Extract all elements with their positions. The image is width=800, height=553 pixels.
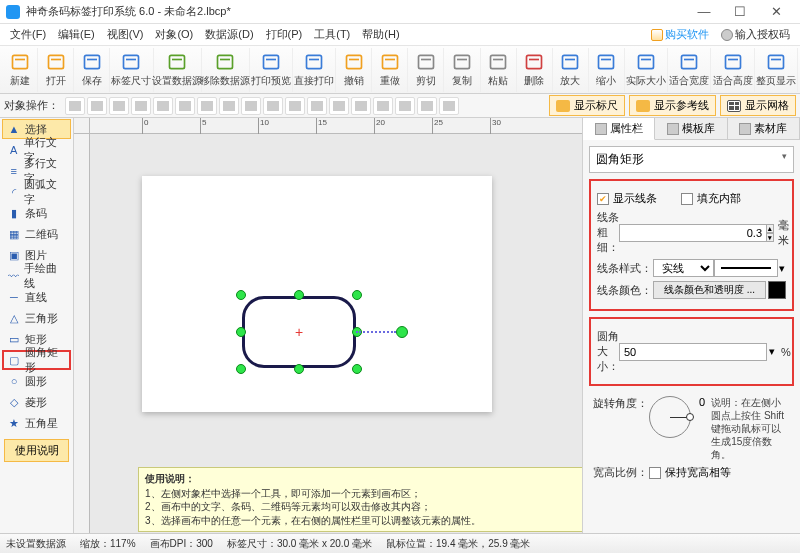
menu-edit[interactable]: 编辑(E) — [52, 25, 101, 44]
line-style-preview[interactable] — [714, 259, 779, 277]
menu-datasource[interactable]: 数据源(D) — [199, 25, 259, 44]
toolbar-直接打印[interactable]: 直接打印 — [293, 48, 336, 92]
align-btn-8[interactable] — [219, 97, 239, 115]
toolbar-粘贴[interactable]: 粘贴 — [481, 48, 517, 92]
line-color-swatch[interactable] — [768, 281, 786, 299]
line-color-button[interactable]: 线条颜色和透明度 ... — [653, 281, 766, 299]
align-btn-4[interactable] — [131, 97, 151, 115]
toolbar-放大[interactable]: 放大 — [553, 48, 589, 92]
rotate-dial[interactable] — [649, 396, 691, 438]
menu-view[interactable]: 视图(V) — [101, 25, 150, 44]
menu-object[interactable]: 对象(O) — [149, 25, 199, 44]
toolbar-删除[interactable]: 删除 — [517, 48, 553, 92]
help-title: 使用说明： — [145, 472, 582, 486]
toolbar-打开[interactable]: 打开 — [38, 48, 74, 92]
resize-handle-sw[interactable] — [236, 364, 246, 374]
tool-二维码[interactable]: ▦二维码 — [2, 224, 71, 244]
close-button[interactable]: ✕ — [758, 0, 794, 24]
menu-help[interactable]: 帮助(H) — [356, 25, 405, 44]
corner-size-input[interactable] — [619, 343, 767, 361]
align-btn-9[interactable] — [241, 97, 261, 115]
resize-handle-w[interactable] — [236, 327, 246, 337]
align-btn-7[interactable] — [197, 97, 217, 115]
toolbar-移除数据源[interactable]: 移除数据源 — [202, 48, 250, 92]
toolbar-缩小[interactable]: 缩小 — [589, 48, 625, 92]
toggle-ruler[interactable]: 显示标尺 — [549, 95, 625, 116]
toolbar-保存[interactable]: 保存 — [74, 48, 110, 92]
toolbar-新建[interactable]: 新建 — [2, 48, 38, 92]
toolbar-实际大小[interactable]: 实际大小 — [625, 48, 668, 92]
align-btn-12[interactable] — [307, 97, 327, 115]
show-line-checkbox[interactable]: ✔ — [597, 193, 609, 205]
tab-materials[interactable]: 素材库 — [728, 118, 800, 139]
menu-tools[interactable]: 工具(T) — [308, 25, 356, 44]
align-btn-18[interactable] — [439, 97, 459, 115]
toolbar-设置数据源[interactable]: 设置数据源 — [154, 48, 202, 92]
align-btn-14[interactable] — [351, 97, 371, 115]
tool-圆弧文字[interactable]: ◜圆弧文字 — [2, 182, 71, 202]
toolbar-整页显示[interactable]: 整页显示 — [755, 48, 798, 92]
status-dpi: 画布DPI：300 — [150, 537, 213, 551]
tool-手绘曲线[interactable]: 〰手绘曲线 — [2, 266, 71, 286]
resize-handle-nw[interactable] — [236, 290, 246, 300]
align-btn-3[interactable] — [109, 97, 129, 115]
align-btn-2[interactable] — [87, 97, 107, 115]
tab-properties[interactable]: 属性栏 — [583, 118, 655, 140]
rotation-handle[interactable] — [396, 326, 408, 338]
fill-inside-checkbox[interactable] — [681, 193, 693, 205]
tool-五角星[interactable]: ★五角星 — [2, 413, 71, 433]
align-btn-10[interactable] — [263, 97, 283, 115]
svg-rect-1 — [15, 58, 25, 60]
align-btn-17[interactable] — [417, 97, 437, 115]
svg-rect-0 — [12, 55, 27, 68]
shape-type-dropdown[interactable]: 圆角矩形 — [589, 146, 794, 173]
selected-shape[interactable]: + — [242, 296, 356, 368]
tool-icon: ▭ — [7, 332, 21, 346]
toolbar-撤销[interactable]: 撤销 — [336, 48, 372, 92]
maximize-button[interactable]: ☐ — [722, 0, 758, 24]
tool-圆角矩形[interactable]: ▢圆角矩形 — [2, 350, 71, 370]
toggle-grid[interactable]: 显示网格 — [720, 95, 796, 116]
menu-print[interactable]: 打印(P) — [260, 25, 309, 44]
toggle-guides[interactable]: 显示参考线 — [629, 95, 716, 116]
resize-handle-s[interactable] — [294, 364, 304, 374]
toolbar-适合高度[interactable]: 适合高度 — [711, 48, 754, 92]
enter-auth-link[interactable]: 输入授权码 — [715, 25, 796, 44]
align-btn-6[interactable] — [175, 97, 195, 115]
ruler-tick: 15 — [316, 118, 327, 134]
line-style-select[interactable]: 实线 — [653, 259, 714, 277]
tool-菱形[interactable]: ◇菱形 — [2, 392, 71, 412]
resize-handle-se[interactable] — [352, 364, 362, 374]
line-width-input[interactable] — [619, 224, 767, 242]
canvas-area[interactable]: 051015202530 + ✕ 使用说明： 1、左侧对象栏中选择一个 — [74, 118, 582, 533]
guides-icon — [636, 100, 650, 112]
toolbar-剪切[interactable]: 剪切 — [408, 48, 444, 92]
keep-aspect-checkbox[interactable] — [649, 467, 661, 479]
svg-rect-30 — [599, 55, 614, 68]
align-btn-1[interactable] — [65, 97, 85, 115]
line-width-spinner[interactable]: ▴▾ — [766, 224, 774, 242]
materials-icon — [739, 123, 751, 135]
tab-templates[interactable]: 模板库 — [655, 118, 727, 139]
label-page[interactable]: + — [142, 176, 492, 412]
tool-icon: ≡ — [7, 164, 20, 178]
toolbar-标签尺寸[interactable]: 标签尺寸 — [110, 48, 153, 92]
toolbar-适合宽度[interactable]: 适合宽度 — [668, 48, 711, 92]
resize-handle-ne[interactable] — [352, 290, 362, 300]
toolbar-打印预览[interactable]: 打印预览 — [250, 48, 293, 92]
align-btn-13[interactable] — [329, 97, 349, 115]
tool-三角形[interactable]: △三角形 — [2, 308, 71, 328]
minimize-button[interactable]: ― — [686, 0, 722, 24]
toolbar-重做[interactable]: 重做 — [372, 48, 408, 92]
align-btn-15[interactable] — [373, 97, 393, 115]
align-btn-5[interactable] — [153, 97, 173, 115]
toolbar-label: 新建 — [10, 74, 30, 88]
align-btn-11[interactable] — [285, 97, 305, 115]
resize-handle-n[interactable] — [294, 290, 304, 300]
usage-help-button[interactable]: 使用说明 — [4, 439, 69, 462]
align-btn-16[interactable] — [395, 97, 415, 115]
toolbar-icon — [379, 52, 401, 72]
buy-software-link[interactable]: 购买软件 — [645, 25, 715, 44]
toolbar-复制[interactable]: 复制 — [444, 48, 480, 92]
menu-file[interactable]: 文件(F) — [4, 25, 52, 44]
